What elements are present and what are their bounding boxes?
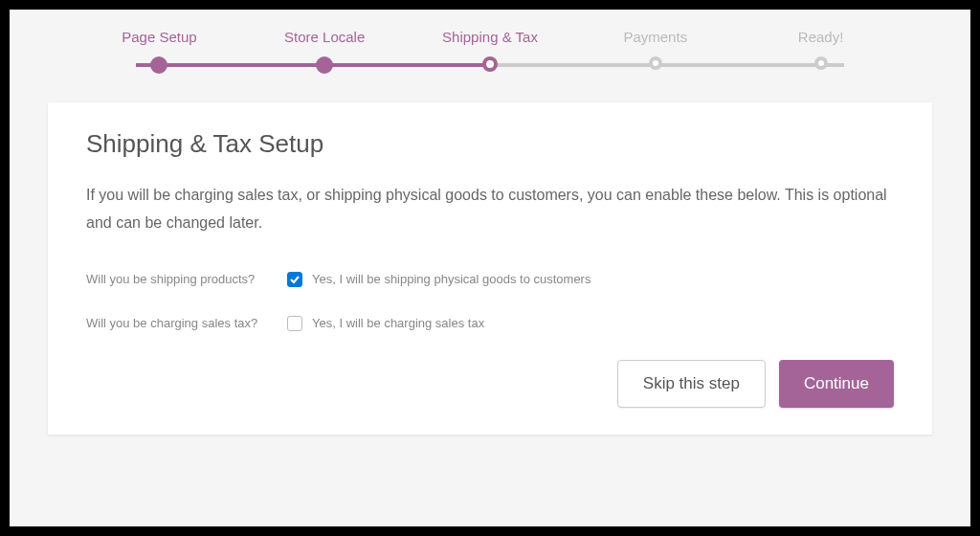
step-label: Shipping & Tax: [442, 29, 538, 45]
step-dot-icon: [814, 56, 828, 70]
tax-question: Will you be charging sales tax?: [86, 316, 287, 330]
step-dot-icon: [150, 56, 167, 74]
step-label: Payments: [623, 29, 687, 45]
step-label: Store Locale: [284, 29, 365, 45]
continue-button[interactable]: Continue: [779, 360, 894, 408]
page-container: Page Setup Store Locale Shipping & Tax P…: [10, 10, 970, 526]
tax-row: Will you be charging sales tax? Yes, I w…: [86, 316, 894, 331]
card-intro: If you will be charging sales tax, or sh…: [86, 182, 894, 237]
window-frame: Page Setup Store Locale Shipping & Tax P…: [0, 0, 980, 536]
shipping-checkbox-wrap[interactable]: Yes, I will be shipping physical goods t…: [287, 272, 590, 287]
step-store-locale[interactable]: Store Locale: [242, 29, 408, 74]
tax-checkbox[interactable]: [287, 316, 302, 331]
step-shipping-tax[interactable]: Shipping & Tax: [408, 29, 573, 72]
setup-stepper: Page Setup Store Locale Shipping & Tax P…: [48, 29, 932, 74]
step-label: Page Setup: [122, 29, 196, 45]
button-row: Skip this step Continue: [86, 360, 894, 408]
skip-button[interactable]: Skip this step: [617, 360, 766, 408]
card-title: Shipping & Tax Setup: [86, 129, 894, 159]
setup-card: Shipping & Tax Setup If you will be char…: [48, 102, 932, 435]
step-label: Ready!: [798, 29, 844, 45]
step-dot-icon: [482, 56, 498, 72]
checkmark-icon: [290, 275, 300, 284]
step-ready[interactable]: Ready!: [738, 29, 903, 70]
tax-checkbox-wrap[interactable]: Yes, I will be charging sales tax: [287, 316, 484, 331]
shipping-question: Will you be shipping products?: [86, 272, 287, 286]
shipping-answer: Yes, I will be shipping physical goods t…: [312, 272, 590, 286]
step-dot-icon: [649, 56, 662, 70]
tax-answer: Yes, I will be charging sales tax: [312, 316, 484, 330]
step-page-setup[interactable]: Page Setup: [77, 29, 242, 74]
shipping-row: Will you be shipping products? Yes, I wi…: [86, 272, 894, 287]
shipping-checkbox[interactable]: [287, 272, 302, 287]
step-dot-icon: [316, 56, 333, 74]
step-payments[interactable]: Payments: [572, 29, 738, 70]
